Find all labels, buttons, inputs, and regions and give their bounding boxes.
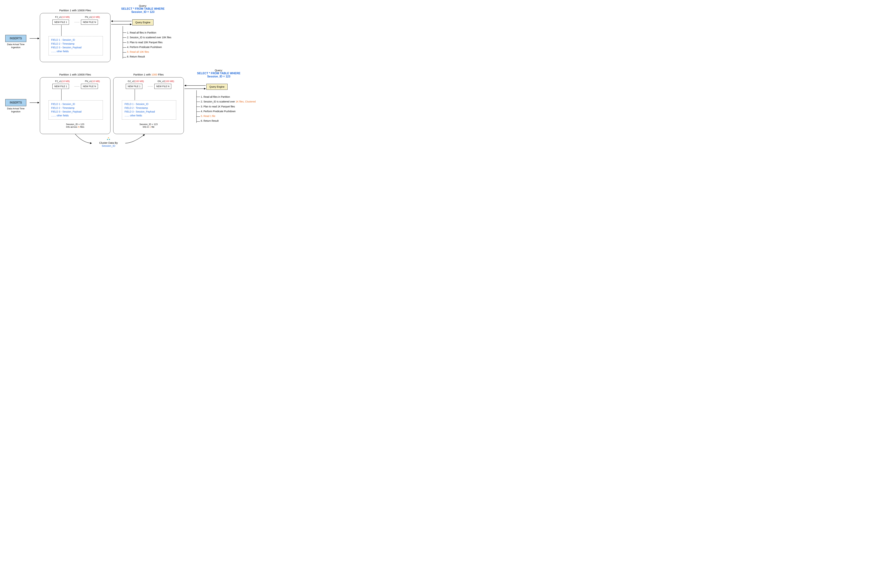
file-dots: ····· bbox=[75, 85, 80, 88]
file1-box: NEW FILE 1 bbox=[52, 84, 69, 89]
step-1: 1. Read all files in Partition bbox=[201, 94, 256, 99]
step-4: 4. Perform Predicate Pushdown bbox=[201, 109, 256, 114]
file1-header: F2_v1(10 MB) bbox=[51, 16, 74, 18]
inserts-caption: Data Arrival Time Ingestion bbox=[5, 107, 26, 113]
fileN-box: NEW FILE N bbox=[154, 84, 171, 89]
file1-header: F2_v1(10 MB) bbox=[51, 80, 74, 82]
inserts-label: INSERTS bbox=[10, 101, 22, 104]
fileN-box: NEW FILE N bbox=[81, 20, 98, 25]
top-partition-panel: F2_v1(10 MB) FN_v1(10 MB) NEW FILE 1 ···… bbox=[40, 13, 110, 62]
top-steps: 1. Read all files in Partition 2. Sessio… bbox=[127, 30, 171, 59]
top-query-engine: Query Engine bbox=[132, 20, 153, 26]
bottom-partA-panel: F2_v1(10 MB) FN_v1(10 MB) NEW FILE 1 ···… bbox=[40, 77, 110, 134]
fileN-box: NEW FILE N bbox=[81, 84, 98, 89]
file1-box: NEW FILE 1 bbox=[52, 20, 69, 25]
step-5: 5. Read all 10K files bbox=[127, 50, 171, 54]
bottom-partA-title: Partition 1 with 10000 Files bbox=[40, 73, 110, 76]
file1-header: G2_v2(100 MB) bbox=[123, 80, 149, 82]
bottom-inserts-group: INSERTS Data Arrival Time Ingestion bbox=[5, 99, 26, 113]
fields-box: FIELD 1 - Session_ID FIELD 2 - Timestamp… bbox=[122, 100, 176, 120]
step-2: 2. Session_ID is scattered over 10K file… bbox=[127, 35, 171, 40]
bottom-partB-title: Partition 1 with 1000 Files bbox=[113, 73, 184, 76]
fields-box: FIELD 1 - Session_ID FIELD 2 - Timestamp… bbox=[48, 100, 103, 120]
step-6: 6. Return Result bbox=[201, 118, 256, 123]
step-3: 3. Plan to read 10K Parquet files bbox=[127, 40, 171, 45]
step-1: 1. Read all files in Partition bbox=[127, 30, 171, 35]
step-3: 3. Plan to read 1K Parquet files bbox=[201, 104, 256, 109]
inserts-box: INSERTS bbox=[5, 99, 26, 106]
footer: Session_ID = 123 Info across N files bbox=[40, 123, 110, 128]
fileN-header: FN_v1(10 MB) bbox=[81, 16, 104, 18]
footer: Session_ID = 123 Info in 1 file bbox=[113, 123, 184, 128]
top-partition-title: Partition 1 with 10000 Files bbox=[40, 9, 110, 12]
top-query-heading: Query: SELECT * FROM TABLE WHERE Session… bbox=[115, 4, 171, 14]
inserts-box: INSERTS bbox=[5, 35, 26, 42]
fileN-header: GN_v2(100 MB) bbox=[153, 80, 179, 82]
file-dots: ····· bbox=[75, 21, 80, 24]
bottom-query-heading: Query: SELECT * FROM TABLE WHERE Session… bbox=[190, 69, 247, 78]
file1-box: NEW FILE 1 bbox=[126, 84, 142, 89]
top-inserts-group: INSERTS Data Arrival Time Ingestion bbox=[5, 35, 26, 49]
cluster-label-group: Cluster Data By Session_ID bbox=[91, 137, 126, 147]
bottom-steps: 1. Read all files in Partition 2. Sessio… bbox=[201, 94, 256, 123]
diagram-canvas: INSERTS Data Arrival Time Ingestion Part… bbox=[3, 3, 272, 150]
step-2: 2. Session_ID is scattered over 1K files… bbox=[201, 99, 256, 104]
fields-box: FIELD 1 - Session_ID FIELD 2 - Timestamp… bbox=[48, 36, 103, 56]
inserts-label: INSERTS bbox=[10, 37, 22, 40]
bottom-partB-panel: G2_v2(100 MB) GN_v2(100 MB) NEW FILE 1 ·… bbox=[113, 77, 184, 134]
step-4: 4. Perform Predicate Pushdown bbox=[127, 45, 171, 50]
step-5: 5. Read 1 file bbox=[201, 114, 256, 118]
cluster-icon bbox=[106, 137, 110, 141]
step-6: 6. Return Result bbox=[127, 54, 171, 59]
svg-point-3 bbox=[108, 138, 109, 138]
file-dots: ····· bbox=[148, 85, 153, 88]
fileN-header: FN_v1(10 MB) bbox=[81, 80, 104, 82]
bottom-query-engine: Query Engine bbox=[206, 84, 228, 90]
inserts-caption: Data Arrival Time Ingestion bbox=[5, 43, 26, 49]
